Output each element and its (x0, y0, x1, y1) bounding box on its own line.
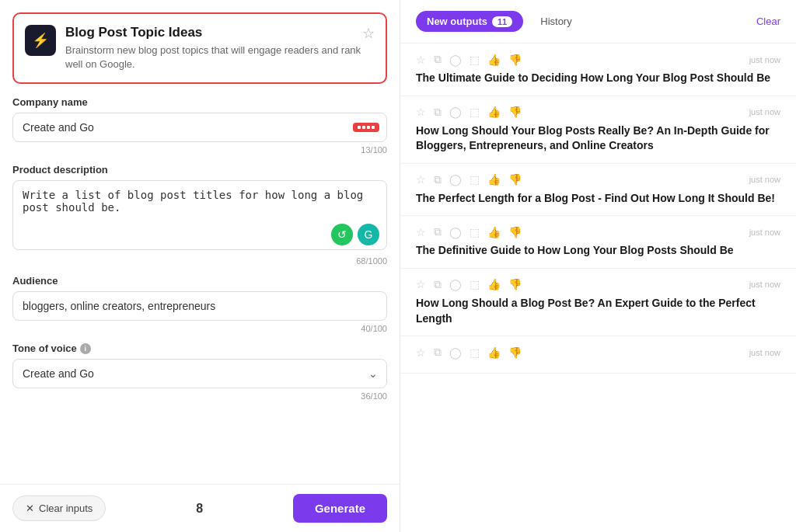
right-header: New outputs 11 History Clear (400, 0, 796, 43)
output-2-text: How Long Should Your Blog Posts Really B… (416, 123, 780, 154)
comment-icon[interactable]: ◯ (449, 106, 462, 118)
output-5-timestamp: just now (749, 280, 780, 289)
product-description-wrapper: Write a list of blog post titles for how… (12, 180, 387, 253)
comment-icon[interactable]: ◯ (449, 278, 462, 290)
copy-icon[interactable]: ⧉ (434, 346, 442, 359)
copy-icon[interactable]: ⧉ (434, 225, 442, 238)
thumbdown-icon[interactable]: 👎 (508, 278, 522, 290)
copy2-icon[interactable]: ⬚ (470, 173, 480, 186)
tab-history[interactable]: History (529, 11, 582, 32)
output-4-text: The Definitive Guide to How Long Your Bl… (416, 243, 780, 259)
output-item-2-actions: ☆ ⧉ ◯ ⬚ 👍 👎 just now (416, 106, 780, 119)
thumbdown-icon[interactable]: 👎 (508, 226, 522, 238)
outputs-list: ☆ ⧉ ◯ ⬚ 👍 👎 just now The Ultimate Guide … (400, 43, 796, 532)
comment-icon[interactable]: ◯ (449, 54, 462, 66)
copy-icon[interactable]: ⧉ (434, 106, 442, 119)
tone-of-voice-select[interactable]: Create and Go (12, 359, 387, 388)
footer-bar: ✕ Clear inputs 8 Generate (0, 484, 400, 532)
audience-input[interactable] (12, 291, 387, 321)
comment-icon[interactable]: ◯ (449, 346, 462, 359)
company-name-wrapper (12, 113, 387, 142)
output-item-1: ☆ ⧉ ◯ ⬚ 👍 👎 just now The Ultimate Guide … (400, 43, 796, 96)
copy-icon[interactable]: ⧉ (434, 278, 442, 291)
copy2-icon[interactable]: ⬚ (470, 54, 480, 66)
copy2-icon[interactable]: ⬚ (470, 226, 480, 238)
thumbup-icon[interactable]: 👍 (487, 173, 501, 186)
copy2-icon[interactable]: ⬚ (470, 346, 480, 359)
output-item-6: ☆ ⧉ ◯ ⬚ 👍 👎 just now (400, 336, 796, 374)
output-item-4: ☆ ⧉ ◯ ⬚ 👍 👎 just now The Definitive Guid… (400, 216, 796, 269)
grammar-check-icon[interactable]: G (358, 224, 379, 245)
generate-count: 8 (196, 502, 203, 516)
output-5-text: How Long Should a Blog Post Be? An Exper… (416, 296, 780, 326)
tool-title: Blog Post Topic Ideas (65, 25, 375, 40)
tool-description: Brainstorm new blog post topics that wil… (65, 43, 375, 71)
thumbdown-icon[interactable]: 👎 (508, 54, 522, 66)
star-icon[interactable]: ☆ (416, 106, 426, 118)
company-name-input[interactable] (12, 113, 387, 142)
star-icon[interactable]: ☆ (416, 54, 426, 66)
star-icon[interactable]: ☆ (416, 173, 426, 186)
star-icon[interactable]: ☆ (416, 278, 426, 290)
tool-header: ⚡ Blog Post Topic Ideas Brainstorm new b… (12, 12, 387, 84)
bookmark-icon[interactable]: ☆ (362, 25, 375, 42)
copy-icon[interactable]: ⧉ (434, 53, 442, 66)
output-4-timestamp: just now (749, 228, 780, 237)
company-name-counter: 13/100 (12, 145, 387, 155)
refresh-icon[interactable]: ↺ (331, 224, 353, 245)
right-panel: New outputs 11 History Clear ☆ ⧉ ◯ ⬚ 👍 👎… (400, 0, 796, 532)
thumbup-icon[interactable]: 👍 (487, 346, 501, 359)
tab-new-outputs[interactable]: New outputs 11 (416, 11, 523, 32)
left-panel: ⚡ Blog Post Topic Ideas Brainstorm new b… (0, 0, 400, 532)
tone-info-icon: i (80, 343, 91, 354)
copy2-icon[interactable]: ⬚ (470, 106, 480, 118)
new-outputs-badge: 11 (492, 16, 512, 27)
product-description-counter: 68/1000 (12, 256, 387, 266)
star-icon[interactable]: ☆ (416, 226, 426, 238)
output-item-5-actions: ☆ ⧉ ◯ ⬚ 👍 👎 just now (416, 278, 780, 291)
thumbup-icon[interactable]: 👍 (487, 278, 501, 290)
clear-inputs-button[interactable]: ✕ Clear inputs (12, 495, 106, 521)
tone-of-voice-wrapper: Create and Go ⌄ (12, 359, 387, 388)
audience-counter: 40/100 (12, 324, 387, 333)
thumbup-icon[interactable]: 👍 (487, 226, 501, 238)
company-name-label: Company name (12, 96, 387, 108)
form-body: Company name 13/100 Product description … (0, 84, 400, 484)
generate-button[interactable]: Generate (293, 494, 387, 523)
tone-of-voice-label: Tone of voice i (12, 342, 387, 354)
product-description-label: Product description (12, 164, 387, 176)
product-description-actions: ↺ G (331, 224, 379, 245)
tone-of-voice-counter: 36/100 (12, 391, 387, 401)
red-squares-icon[interactable] (353, 123, 379, 132)
clear-outputs-button[interactable]: Clear (756, 16, 780, 27)
company-name-actions (353, 123, 379, 132)
product-description-field-group: Product description Write a list of blog… (12, 164, 387, 266)
audience-field-group: Audience 40/100 (12, 275, 387, 333)
copy-icon[interactable]: ⧉ (434, 173, 442, 186)
output-item-3: ☆ ⧉ ◯ ⬚ 👍 👎 just now The Perfect Length … (400, 164, 796, 217)
copy2-icon[interactable]: ⬚ (470, 278, 480, 290)
thumbup-icon[interactable]: 👍 (487, 106, 501, 118)
output-1-text: The Ultimate Guide to Deciding How Long … (416, 71, 780, 86)
audience-label: Audience (12, 275, 387, 287)
comment-icon[interactable]: ◯ (449, 173, 462, 186)
output-3-text: The Perfect Length for a Blog Post - Fin… (416, 191, 780, 207)
output-item-1-actions: ☆ ⧉ ◯ ⬚ 👍 👎 just now (416, 53, 780, 66)
output-item-4-actions: ☆ ⧉ ◯ ⬚ 👍 👎 just now (416, 225, 780, 238)
comment-icon[interactable]: ◯ (449, 226, 462, 238)
output-3-timestamp: just now (749, 175, 780, 184)
thumbdown-icon[interactable]: 👎 (508, 173, 522, 186)
output-2-timestamp: just now (749, 107, 780, 116)
output-6-timestamp: just now (749, 348, 780, 357)
thumbdown-icon[interactable]: 👎 (508, 106, 522, 118)
audience-wrapper (12, 291, 387, 321)
tool-info: Blog Post Topic Ideas Brainstorm new blo… (65, 25, 375, 71)
tool-icon: ⚡ (25, 25, 56, 56)
thumbdown-icon[interactable]: 👎 (508, 346, 522, 359)
star-icon[interactable]: ☆ (416, 346, 426, 359)
output-item-6-actions: ☆ ⧉ ◯ ⬚ 👍 👎 just now (416, 346, 780, 359)
company-name-field-group: Company name 13/100 (12, 96, 387, 155)
tone-of-voice-field-group: Tone of voice i Create and Go ⌄ 36/100 (12, 342, 387, 401)
output-item-3-actions: ☆ ⧉ ◯ ⬚ 👍 👎 just now (416, 173, 780, 186)
thumbup-icon[interactable]: 👍 (487, 54, 501, 66)
